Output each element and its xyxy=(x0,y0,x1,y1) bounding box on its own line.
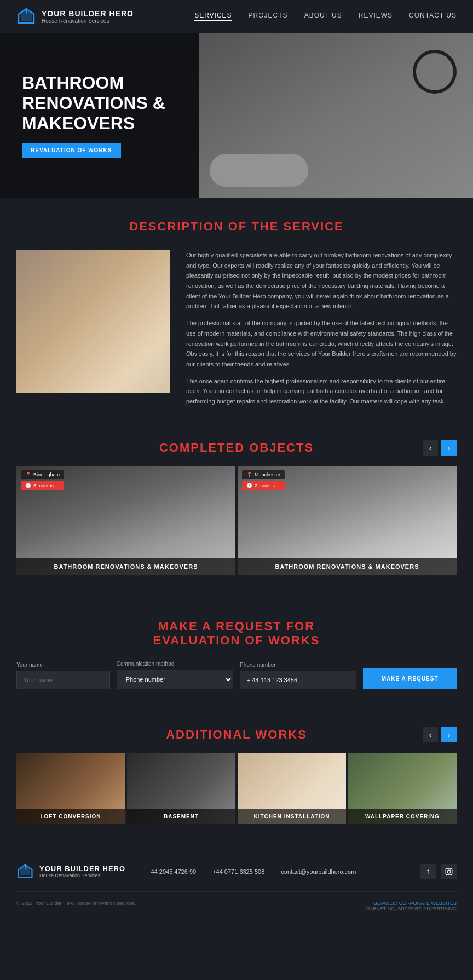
footer-contacts: +44 2045 4726 90 +44 0771 6325 508 conta… xyxy=(147,868,399,875)
request-heading-highlight: EVALUATION OF WORKS xyxy=(153,633,320,647)
instagram-icon[interactable] xyxy=(441,864,457,879)
clock-icon-2: 🕐 xyxy=(246,483,252,488)
additional-prev-button[interactable]: ‹ xyxy=(423,727,438,742)
object-label-2: BATHROOM RENOVATIONS & MAKEOVERS xyxy=(238,558,457,575)
additional-card-wallpaper[interactable]: WALLPAPER COVERING xyxy=(348,753,457,824)
loft-label: LOFT CONVERSION xyxy=(16,809,125,824)
nav-link-services[interactable]: SERVICES xyxy=(194,11,232,21)
request-section: MAKE A REQUEST FOR EVALUATION OF WORKS Y… xyxy=(0,597,473,711)
additional-card-kitchen[interactable]: KITCHEN INSTALLATION xyxy=(238,753,346,824)
comm-select[interactable]: Phone number xyxy=(117,670,233,689)
comm-form-group: Communication method Phone number xyxy=(117,661,233,689)
footer-copyright: © 2021. Your Builder Hero. House renovat… xyxy=(16,901,136,912)
time-badge-1: 🕐 3 months xyxy=(21,481,64,490)
svg-point-8 xyxy=(450,869,451,871)
description-title-highlight: DESCRIPTION xyxy=(129,220,223,233)
facebook-icon[interactable]: f xyxy=(420,864,436,879)
footer-social: f xyxy=(420,864,457,879)
footer-credit-sub: MARKETING, SUPPORT, ADVERTISING xyxy=(366,906,457,912)
additional-section: ADDITIONAL WORKS ‹ › LOFT CONVERSION BAS… xyxy=(0,711,473,846)
footer-logo-icon xyxy=(16,863,34,880)
objects-grid: 📍 Birmingham 🕐 3 months BATHROOM RENOVAT… xyxy=(16,466,457,575)
name-form-group: Your name xyxy=(16,662,110,689)
time-badge-2: 🕐 2 months xyxy=(242,481,285,490)
footer-phone-1: +44 2045 4726 90 xyxy=(147,868,196,875)
pin-icon-1: 📍 xyxy=(25,472,31,477)
footer-logo-title: YOUR BUILDER HERO xyxy=(39,864,125,873)
completed-nav-arrows: ‹ › xyxy=(423,440,457,456)
duration-text-2: 2 months xyxy=(255,483,275,488)
submit-form-group: MAKE A REQUEST xyxy=(363,668,457,689)
completed-prev-button[interactable]: ‹ xyxy=(423,440,438,456)
logo-text: YOUR BUILDER HERO House Renavation Servi… xyxy=(42,9,134,24)
phone-input[interactable] xyxy=(240,671,356,689)
name-input[interactable] xyxy=(16,671,110,689)
pin-icon-2: 📍 xyxy=(246,472,252,477)
additional-title: ADDITIONAL WORKS xyxy=(166,728,307,742)
footer-credit-brand-text: GLYANEC: CORPORATE WEBSITES xyxy=(373,901,457,906)
svg-rect-6 xyxy=(446,868,452,875)
footer-logo[interactable]: YOUR BUILDER HERO House Renavation Servi… xyxy=(16,863,125,880)
location-text-2: Manchester xyxy=(255,472,280,477)
description-title: DESCRIPTION OF THE SERVICE xyxy=(16,220,457,234)
additional-grid: LOFT CONVERSION BASEMENT KITCHEN INSTALL… xyxy=(16,753,457,824)
additional-title-rest: WORKS xyxy=(251,728,307,741)
additional-card-loft[interactable]: LOFT CONVERSION xyxy=(16,753,125,824)
nav-links: SERVICES PROJECTS ABOUT US REVIEWS CONTA… xyxy=(194,11,457,21)
logo-title: YOUR BUILDER HERO xyxy=(42,9,134,18)
logo-icon xyxy=(16,7,36,26)
completed-next-button[interactable]: › xyxy=(441,440,457,456)
location-badge-1: 📍 Birmingham xyxy=(21,470,64,479)
request-heading: MAKE A REQUEST FOR EVALUATION OF WORKS xyxy=(16,619,457,648)
footer-email: contact@yourbuildhero.com xyxy=(281,868,356,875)
wallpaper-label: WALLPAPER COVERING xyxy=(348,809,457,824)
navbar: YOUR BUILDER HERO House Renavation Servi… xyxy=(0,0,473,33)
request-heading-line1: MAKE A REQUEST FOR xyxy=(158,619,315,633)
footer: YOUR BUILDER HERO House Renavation Servi… xyxy=(0,846,473,928)
nav-link-contact[interactable]: CONTACT US xyxy=(409,11,457,21)
desc-para-2: The professional staff of the company is… xyxy=(186,318,457,369)
object-card-1[interactable]: 📍 Birmingham 🕐 3 months BATHROOM RENOVAT… xyxy=(16,466,235,575)
completed-header-row: COMPLETED OBJECTS ‹ › xyxy=(16,441,457,455)
additional-title-highlight: ADDITIONAL xyxy=(166,728,251,741)
location-badge-2: 📍 Manchester xyxy=(242,470,285,479)
completed-title-rest: OBJECTS xyxy=(245,441,314,454)
svg-point-7 xyxy=(447,870,451,873)
request-title: MAKE A REQUEST FOR EVALUATION OF WORKS xyxy=(16,619,457,648)
submit-button[interactable]: MAKE A REQUEST xyxy=(363,668,457,689)
description-section: DESCRIPTION OF THE SERVICE Our highly qu… xyxy=(0,198,473,435)
description-header: DESCRIPTION OF THE SERVICE xyxy=(0,198,473,245)
hero-cta-button[interactable]: REVALUATION OF WORKS xyxy=(22,143,121,158)
phone-form-group: Phone number xyxy=(240,662,356,689)
object-card-2-badges: 📍 Manchester 🕐 2 months xyxy=(242,470,285,490)
hero-title: BATHROOM RENOVATIONS & MAKEOVERS xyxy=(22,73,230,133)
desc-img-inner xyxy=(16,250,170,393)
nav-link-reviews[interactable]: REVIEWS xyxy=(359,11,393,21)
footer-logo-sub: House Renavation Services xyxy=(39,873,125,878)
footer-credit: GLYANEC: CORPORATE WEBSITES MARKETING, S… xyxy=(366,901,457,912)
additional-card-basement[interactable]: BASEMENT xyxy=(127,753,235,824)
additional-nav-arrows: ‹ › xyxy=(423,727,457,742)
object-label-1: BATHROOM RENOVATIONS & MAKEOVERS xyxy=(16,558,235,575)
nav-link-projects[interactable]: PROJECTS xyxy=(249,11,288,21)
footer-phone-2: +44 0771 6325 508 xyxy=(212,868,264,875)
kitchen-label: KITCHEN INSTALLATION xyxy=(238,809,346,824)
hero-section: BATHROOM RENOVATIONS & MAKEOVERS REVALUA… xyxy=(0,33,473,198)
logo-sub: House Renavation Services xyxy=(42,18,134,24)
completed-title-highlight: COMPLETED xyxy=(159,441,245,454)
description-image xyxy=(16,250,170,393)
object-card-2[interactable]: 📍 Manchester 🕐 2 months BATHROOM RENOVAT… xyxy=(238,466,457,575)
phone-label: Phone number xyxy=(240,662,356,668)
desc-para-3: This once again confirms the highest pro… xyxy=(186,376,457,407)
nav-link-about[interactable]: ABOUT US xyxy=(304,11,342,21)
footer-logo-text: YOUR BUILDER HERO House Renavation Servi… xyxy=(39,864,125,878)
logo[interactable]: YOUR BUILDER HERO House Renavation Servi… xyxy=(16,7,134,26)
footer-top: YOUR BUILDER HERO House Renavation Servi… xyxy=(16,863,457,880)
duration-text-1: 3 months xyxy=(33,483,54,488)
request-form: Your name Communication method Phone num… xyxy=(16,661,457,689)
description-text: Our highly qualified specialists are abl… xyxy=(186,250,457,413)
hero-content: BATHROOM RENOVATIONS & MAKEOVERS REVALUA… xyxy=(22,73,230,158)
additional-next-button[interactable]: › xyxy=(441,727,457,742)
name-label: Your name xyxy=(16,662,110,668)
description-inner: Our highly qualified specialists are abl… xyxy=(16,250,457,413)
